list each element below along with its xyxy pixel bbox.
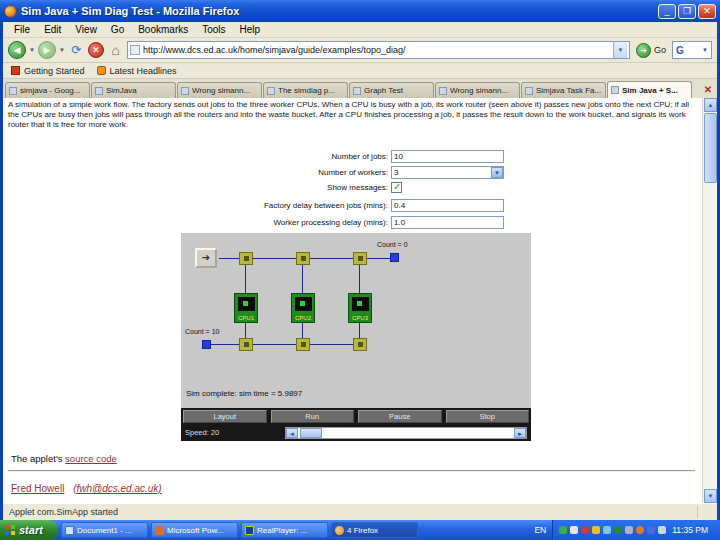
google-icon: G [676, 45, 684, 56]
tray-icon[interactable] [592, 526, 600, 534]
tray-icon[interactable] [647, 526, 655, 534]
menu-file[interactable]: File [7, 23, 37, 36]
tab-favicon [95, 87, 103, 95]
menu-help[interactable]: Help [233, 23, 268, 36]
url-input[interactable] [143, 45, 610, 55]
show-messages-checkbox[interactable] [391, 182, 402, 193]
language-indicator[interactable]: EN [528, 525, 552, 535]
author-link[interactable]: Fred Howell [11, 483, 64, 494]
tray-icon[interactable] [570, 526, 578, 534]
slider-left-arrow[interactable]: ◄ [286, 428, 298, 438]
worker-delay-input[interactable] [391, 216, 504, 229]
status-text: Applet com.SimApp started [9, 507, 697, 517]
speed-control-bar: Speed: 20 ◄ ► [181, 424, 531, 441]
menu-edit[interactable]: Edit [37, 23, 68, 36]
menu-view[interactable]: View [68, 23, 104, 36]
slider-right-arrow[interactable]: ► [514, 428, 526, 438]
taskbar-item-firefox-group[interactable]: 4 Firefox [331, 522, 418, 538]
tab-wrong-simann-2[interactable]: Wrong simann... [435, 82, 520, 98]
windows-logo-icon [5, 525, 15, 535]
page-favicon [130, 45, 140, 55]
jobs-label: Number of jobs: [188, 152, 388, 161]
tray-icon[interactable] [603, 526, 611, 534]
tray-icon[interactable] [559, 526, 567, 534]
work-router-node [353, 252, 367, 265]
forward-button[interactable]: ▶ [38, 41, 56, 59]
workers-select[interactable]: 3 ▼ [391, 166, 504, 179]
menu-tools[interactable]: Tools [195, 23, 232, 36]
tab-simdiag[interactable]: The simdiag p... [263, 82, 348, 98]
chevron-down-icon[interactable]: ▼ [491, 167, 503, 178]
factory-delay-label: Factory delay between jobs (mins): [188, 201, 388, 210]
scroll-up-arrow[interactable]: ▲ [704, 98, 717, 112]
back-button[interactable]: ◀ [8, 41, 26, 59]
form-row-messages: Show messages: [188, 182, 508, 193]
scrollbar-thumb[interactable] [704, 113, 717, 183]
menu-bar: File Edit View Go Bookmarks Tools Help [3, 22, 717, 38]
tab-simjava-task[interactable]: Simjava Task Fa... [521, 82, 606, 98]
tab-favicon [181, 87, 189, 95]
vertical-scrollbar[interactable]: ▲ ▼ [702, 98, 717, 503]
scroll-down-arrow[interactable]: ▼ [704, 489, 717, 503]
stop-sim-button[interactable]: Stop [446, 410, 530, 423]
menu-go[interactable]: Go [104, 23, 131, 36]
factory-source-node: ➔ [195, 248, 217, 268]
slider-thumb[interactable] [300, 428, 322, 438]
home-button[interactable]: ⌂ [107, 42, 124, 59]
work-router-node [296, 252, 310, 265]
window-title: Sim Java + Sim Diag Test - Mozilla Firef… [21, 5, 656, 17]
bookmark-getting-started[interactable]: Getting Started [11, 66, 85, 76]
tray-icon[interactable] [614, 526, 622, 534]
connector-line [359, 323, 360, 339]
result-router-node [296, 338, 310, 351]
search-dropdown-icon[interactable]: ▼ [702, 47, 708, 53]
reload-button[interactable]: ⟳ [68, 42, 85, 59]
factory-delay-input[interactable] [391, 199, 504, 212]
slider-track[interactable] [322, 428, 514, 438]
speed-slider[interactable]: ◄ ► [285, 427, 527, 439]
form-row-factory-delay: Factory delay between jobs (mins): [188, 199, 508, 212]
close-button[interactable]: ✕ [698, 4, 716, 19]
taskbar-item-realplayer[interactable]: RealPlayer: ... [241, 522, 328, 538]
tab-favicon [353, 87, 361, 95]
tab-wrong-simann-1[interactable]: Wrong simann... [177, 82, 262, 98]
tab-simjava-google[interactable]: simjava - Goog... [5, 82, 90, 98]
jobs-input[interactable] [391, 150, 504, 163]
menu-bookmarks[interactable]: Bookmarks [131, 23, 195, 36]
tray-icon[interactable] [625, 526, 633, 534]
layout-button[interactable]: Layout [183, 410, 267, 423]
pause-button[interactable]: Pause [358, 410, 442, 423]
waste-count-label: Count = 0 [377, 241, 408, 248]
address-bar[interactable]: ▼ [127, 41, 630, 59]
taskbar-item-document[interactable]: Document1 - ... [61, 522, 148, 538]
tray-icon[interactable] [581, 526, 589, 534]
tray-icon[interactable] [658, 526, 666, 534]
source-code-link[interactable]: source code [65, 453, 117, 464]
horizontal-rule [8, 470, 695, 472]
run-button[interactable]: Run [271, 410, 355, 423]
minimize-button[interactable]: _ [658, 4, 676, 19]
cpu-display [295, 297, 312, 311]
tab-graph-test[interactable]: Graph Test [349, 82, 434, 98]
cpu-display [238, 297, 255, 311]
url-dropdown-icon[interactable]: ▼ [613, 42, 627, 58]
tab-favicon [9, 87, 17, 95]
connector-line [245, 323, 246, 339]
bookmarks-toolbar: Getting Started Latest Headlines [3, 63, 717, 79]
maximize-button[interactable]: ❐ [678, 4, 696, 19]
back-dropdown-icon[interactable]: ▼ [29, 47, 35, 53]
form-row-jobs: Number of jobs: [188, 150, 508, 163]
tab-sim-java-active[interactable]: Sim Java + S... [607, 81, 692, 98]
email-link[interactable]: (fwh@dcs.ed.ac.uk) [73, 483, 162, 494]
bookmark-latest-headlines[interactable]: Latest Headlines [97, 66, 177, 76]
tab-close-button[interactable]: ✕ [701, 83, 715, 97]
start-button[interactable]: start [0, 520, 58, 540]
result-router-node [239, 338, 253, 351]
forward-dropdown-icon[interactable]: ▼ [59, 47, 65, 53]
stop-button[interactable]: ✕ [88, 42, 104, 58]
go-button[interactable]: ➜ Go [633, 43, 669, 58]
tray-icon[interactable] [636, 526, 644, 534]
tab-simjava[interactable]: SimJava [91, 82, 176, 98]
search-input[interactable]: G ▼ [672, 41, 712, 59]
taskbar-item-powerpoint[interactable]: Microsoft Pow... [151, 522, 238, 538]
